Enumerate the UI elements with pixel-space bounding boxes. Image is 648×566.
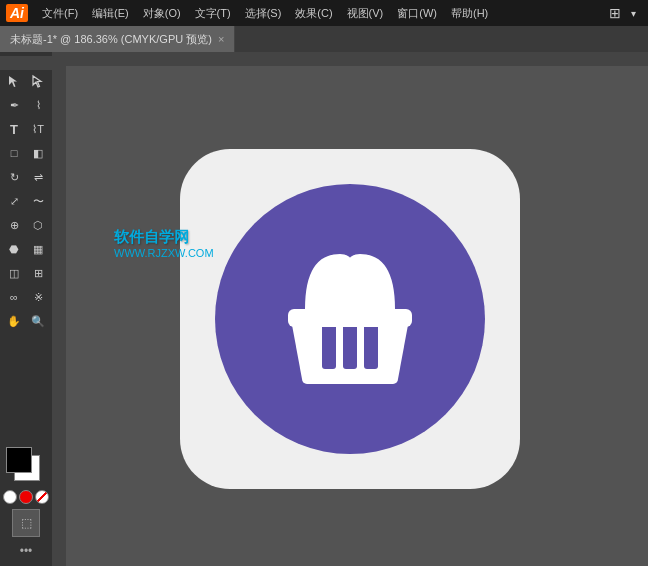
color-mode-default[interactable]	[3, 490, 17, 504]
svg-rect-4	[288, 309, 412, 327]
paintbucket-tool[interactable]: ⬣	[3, 238, 25, 260]
main-layout: ✒ ⌇ T ⌇T □ ◧ ↻ ⇌ ⤢ 〜 ⊕ ⬡ ⬣ ▦ ◫ ⊞	[0, 52, 648, 566]
gradient-tool[interactable]: ◫	[3, 262, 25, 284]
shape-builder-tool[interactable]: ⊕	[3, 214, 25, 236]
tool-row-8: ⬣ ▦	[0, 238, 52, 260]
menu-select[interactable]: 选择(S)	[239, 4, 288, 23]
ruler-corner	[0, 56, 52, 70]
basket-circle	[215, 184, 485, 454]
pen-tool[interactable]: ✒	[3, 94, 25, 116]
direct-select-tool[interactable]	[27, 70, 49, 92]
tool-row-7: ⊕ ⬡	[0, 214, 52, 236]
app-icon-container	[180, 149, 520, 489]
color-swatches[interactable]	[6, 447, 46, 487]
artboard-tool[interactable]: ⬚	[12, 509, 40, 537]
bar-chart-tool[interactable]: ▦	[27, 238, 49, 260]
tool-row-3: T ⌇T	[0, 118, 52, 140]
tool-row-9: ◫ ⊞	[0, 262, 52, 284]
select-tool[interactable]	[3, 70, 25, 92]
tool-row-4: □ ◧	[0, 142, 52, 164]
perspective-tool[interactable]: ⬡	[27, 214, 49, 236]
menu-file[interactable]: 文件(F)	[36, 4, 84, 23]
menu-edit[interactable]: 编辑(E)	[86, 4, 135, 23]
color-mode-none[interactable]	[35, 490, 49, 504]
app-logo: Ai	[6, 4, 28, 22]
tab-close-button[interactable]: ×	[218, 33, 224, 45]
hand-tool[interactable]: ✋	[3, 310, 25, 332]
more-tools-button[interactable]: •••	[20, 544, 33, 558]
reflect-tool[interactable]: ⇌	[27, 166, 49, 188]
tab-bar: 未标题-1* @ 186.36% (CMYK/GPU 预览) ×	[0, 26, 648, 52]
menu-text[interactable]: 文字(T)	[189, 4, 237, 23]
title-bar: Ai 文件(F) 编辑(E) 对象(O) 文字(T) 选择(S) 效果(C) 视…	[0, 0, 648, 26]
symbol-sprayer-tool[interactable]: ※	[27, 286, 49, 308]
warp-tool[interactable]: 〜	[27, 190, 49, 212]
menu-object[interactable]: 对象(O)	[137, 4, 187, 23]
foreground-color-swatch[interactable]	[6, 447, 32, 473]
rotate-tool[interactable]: ↻	[3, 166, 25, 188]
blend-tool[interactable]: ∞	[3, 286, 25, 308]
svg-rect-3	[302, 374, 398, 384]
expand-icon[interactable]: ▾	[625, 6, 642, 21]
canvas-area: 软件自学网 WWW.RJZXW.COM	[52, 52, 648, 566]
tool-row-1	[0, 70, 52, 92]
rectangle-tool[interactable]: □	[3, 142, 25, 164]
tab-label: 未标题-1* @ 186.36% (CMYK/GPU 预览)	[10, 32, 212, 47]
zoom-tool[interactable]: 🔍	[27, 310, 49, 332]
svg-rect-0	[322, 324, 336, 369]
document-tab[interactable]: 未标题-1* @ 186.36% (CMYK/GPU 预览) ×	[0, 26, 235, 52]
tool-row-10: ∞ ※	[0, 286, 52, 308]
vertical-type-tool[interactable]: ⌇T	[27, 118, 49, 140]
type-tool[interactable]: T	[3, 118, 25, 140]
tool-row-5: ↻ ⇌	[0, 166, 52, 188]
menu-effect[interactable]: 效果(C)	[289, 4, 338, 23]
svg-rect-2	[364, 324, 378, 369]
title-bar-right: ⊞ ▾	[609, 5, 642, 21]
color-mode-row	[3, 490, 49, 504]
menu-bar: 文件(F) 编辑(E) 对象(O) 文字(T) 选择(S) 效果(C) 视图(V…	[36, 4, 609, 23]
basket-icon-svg	[250, 219, 450, 419]
curvature-tool[interactable]: ⌇	[27, 94, 49, 116]
color-section: ⬚ •••	[0, 443, 52, 562]
tool-row-11: ✋ 🔍	[0, 310, 52, 332]
menu-view[interactable]: 视图(V)	[341, 4, 390, 23]
tool-row-2: ✒ ⌇	[0, 94, 52, 116]
mesh-tool[interactable]: ⊞	[27, 262, 49, 284]
color-mode-red[interactable]	[19, 490, 33, 504]
menu-help[interactable]: 帮助(H)	[445, 4, 494, 23]
artboard-row: ⬚	[4, 507, 48, 539]
grid-icon: ⊞	[609, 5, 621, 21]
eraser-tool[interactable]: ◧	[27, 142, 49, 164]
ruler-top	[52, 52, 648, 66]
svg-rect-1	[343, 324, 357, 369]
menu-window[interactable]: 窗口(W)	[391, 4, 443, 23]
scale-tool[interactable]: ⤢	[3, 190, 25, 212]
toolbar: ✒ ⌇ T ⌇T □ ◧ ↻ ⇌ ⤢ 〜 ⊕ ⬡ ⬣ ▦ ◫ ⊞	[0, 52, 52, 566]
tool-row-6: ⤢ 〜	[0, 190, 52, 212]
ruler-left	[52, 66, 66, 566]
